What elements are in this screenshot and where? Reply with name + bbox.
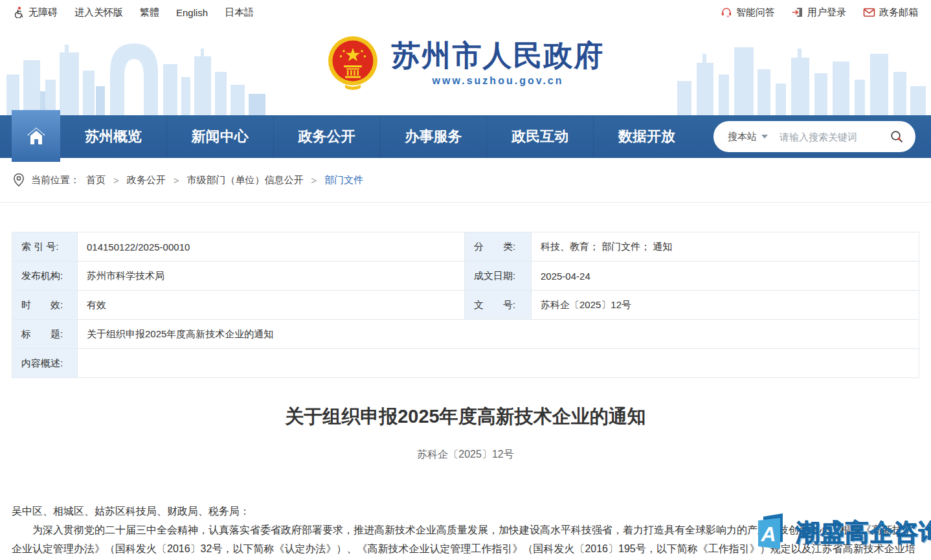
meta-value-issuing-agency: 苏州市科学技术局 — [78, 262, 465, 291]
meta-label-title: 标 题: — [12, 320, 78, 349]
accessibility-label: 无障碍 — [28, 6, 58, 19]
location-pin-icon — [13, 173, 25, 187]
search-scope-dropdown[interactable]: 搜本站 — [724, 131, 772, 143]
gov-mail-link[interactable]: 政务邮箱 — [863, 6, 918, 19]
care-version-link[interactable]: 进入关怀版 — [74, 6, 123, 19]
mail-icon — [863, 7, 875, 17]
document-number: 苏科企〔2025〕12号 — [0, 448, 931, 462]
user-login-link[interactable]: 用户登录 — [792, 6, 846, 19]
login-icon — [792, 6, 803, 18]
smart-qa-link[interactable]: 智能问答 — [721, 6, 775, 19]
site-banner: 苏州市人民政府 www.suzhou.gov.cn — [0, 25, 931, 115]
meta-value-summary — [78, 349, 919, 378]
nav-item-news[interactable]: 新闻中心 — [167, 115, 274, 158]
meta-label-validity: 时 效: — [12, 291, 78, 320]
meta-value-doc-number: 苏科企〔2025〕12号 — [532, 291, 919, 320]
search-scope-label: 搜本站 — [728, 131, 757, 143]
table-row: 发布机构: 苏州市科学技术局 成文日期: 2025-04-24 — [12, 262, 919, 291]
site-search: 搜本站 — [713, 121, 915, 152]
meta-label-date: 成文日期: — [465, 262, 532, 291]
table-row: 内容概述: — [12, 349, 919, 378]
meta-value-date: 2025-04-24 — [532, 262, 919, 291]
search-icon — [890, 129, 904, 144]
main-nav: 苏州概览 新闻中心 政务公开 办事服务 政民互动 数据开放 搜本站 — [0, 115, 931, 158]
meta-label-summary: 内容概述: — [12, 349, 78, 378]
article-body: 吴中区、相城区、姑苏区科技局、财政局、税务局： 为深入贯彻党的二十届三中全会精神… — [12, 502, 919, 560]
search-button[interactable] — [888, 128, 905, 145]
home-button[interactable] — [12, 110, 60, 162]
nav-item-interaction[interactable]: 政民互动 — [487, 115, 594, 158]
meta-value-validity: 有效 — [78, 291, 465, 320]
meta-label-category: 分 类: — [465, 232, 532, 262]
chevron-down-icon — [761, 135, 768, 139]
meta-label-issuing-agency: 发布机构: — [12, 262, 78, 291]
accessibility-link[interactable]: 无障碍 — [13, 6, 58, 19]
top-utility-bar: 无障碍 进入关怀版 繁體 English 日本語 智能问答 用户登录 — [0, 0, 931, 25]
accessibility-icon — [13, 6, 25, 18]
traditional-chinese-link[interactable]: 繁體 — [140, 6, 159, 19]
site-url: www.suzhou.gov.cn — [392, 75, 605, 87]
breadcrumb-dept-files[interactable]: 部门文件 — [324, 174, 363, 186]
national-emblem — [327, 34, 379, 92]
breadcrumb-gov-info[interactable]: 政务公开 — [127, 174, 166, 186]
article-salutation: 吴中区、相城区、姑苏区科技局、财政局、税务局： — [12, 502, 919, 521]
breadcrumb-label: 当前位置： — [31, 174, 80, 186]
document-meta-table: 索 引 号: 014150122/2025-00010 分 类: 科技、教育； … — [12, 232, 919, 378]
table-row: 索 引 号: 014150122/2025-00010 分 类: 科技、教育； … — [12, 232, 919, 262]
page-title: 关于组织申报2025年度高新技术企业的通知 — [0, 404, 931, 430]
table-row: 时 效: 有效 文 号: 苏科企〔2025〕12号 — [12, 291, 919, 320]
article-paragraph: 为深入贯彻党的二十届三中全会精神，认真落实省委省政府部署要求，推进高新技术企业高… — [12, 521, 919, 560]
japanese-link[interactable]: 日本語 — [225, 6, 254, 19]
nav-item-overview[interactable]: 苏州概览 — [60, 115, 167, 158]
breadcrumb-dept-info[interactable]: 市级部门（单位）信息公开 — [187, 174, 304, 186]
meta-label-index-number: 索 引 号: — [12, 232, 78, 262]
nav-item-services[interactable]: 办事服务 — [380, 115, 487, 158]
meta-value-category: 科技、教育； 部门文件； 通知 — [532, 232, 919, 262]
meta-label-doc-number: 文 号: — [465, 291, 532, 320]
site-title: 苏州市人民政府 — [392, 39, 605, 73]
nav-item-gov-info[interactable]: 政务公开 — [274, 115, 381, 158]
nav-item-open-data[interactable]: 数据开放 — [594, 115, 700, 158]
breadcrumb: 当前位置： 首页 > 政务公开 > 市级部门（单位）信息公开 > 部门文件 — [0, 158, 931, 203]
meta-value-index-number: 014150122/2025-00010 — [78, 232, 465, 262]
meta-value-title: 关于组织申报2025年度高新技术企业的通知 — [78, 320, 919, 349]
english-link[interactable]: English — [176, 7, 208, 18]
home-icon — [26, 126, 47, 146]
breadcrumb-home[interactable]: 首页 — [86, 174, 106, 186]
table-row: 标 题: 关于组织申报2025年度高新技术企业的通知 — [12, 320, 919, 349]
headset-icon — [721, 6, 732, 18]
search-input[interactable] — [780, 131, 888, 142]
